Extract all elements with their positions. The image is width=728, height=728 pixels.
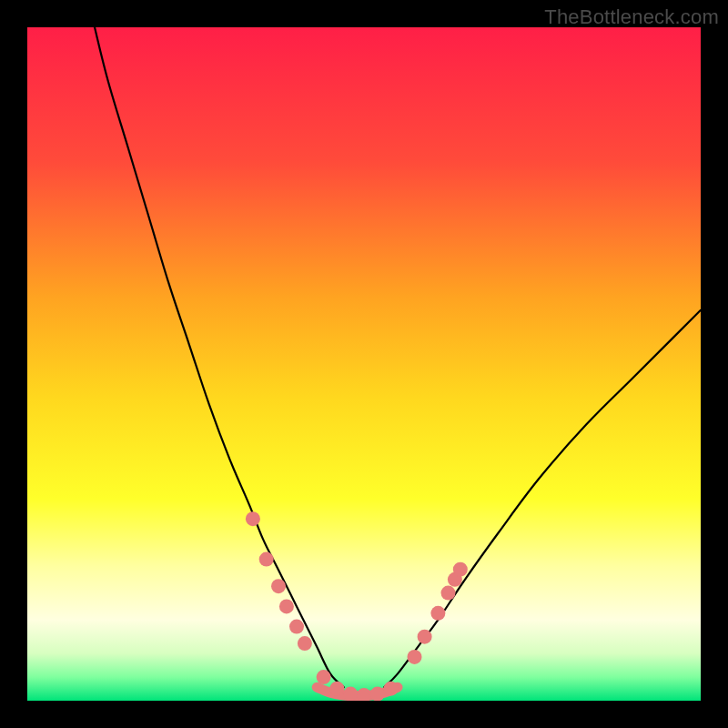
data-point — [317, 670, 331, 684]
data-point — [259, 552, 274, 567]
data-point — [343, 687, 358, 701]
data-point — [329, 682, 344, 696]
data-point — [289, 620, 304, 634]
data-point — [453, 562, 468, 577]
data-point — [408, 650, 422, 664]
data-point — [298, 636, 312, 651]
chart-svg — [27, 27, 701, 701]
data-point — [430, 606, 445, 621]
data-point — [370, 687, 385, 701]
data-point — [441, 586, 456, 601]
chart-container: TheBottleneck.com — [0, 0, 728, 728]
data-point — [279, 599, 294, 613]
data-point — [271, 579, 286, 593]
plot-area — [27, 27, 701, 701]
data-point — [246, 511, 260, 526]
data-point — [384, 682, 399, 696]
watermark-text: TheBottleneck.com — [544, 5, 719, 29]
data-point — [418, 630, 432, 644]
gradient-background — [27, 27, 701, 701]
